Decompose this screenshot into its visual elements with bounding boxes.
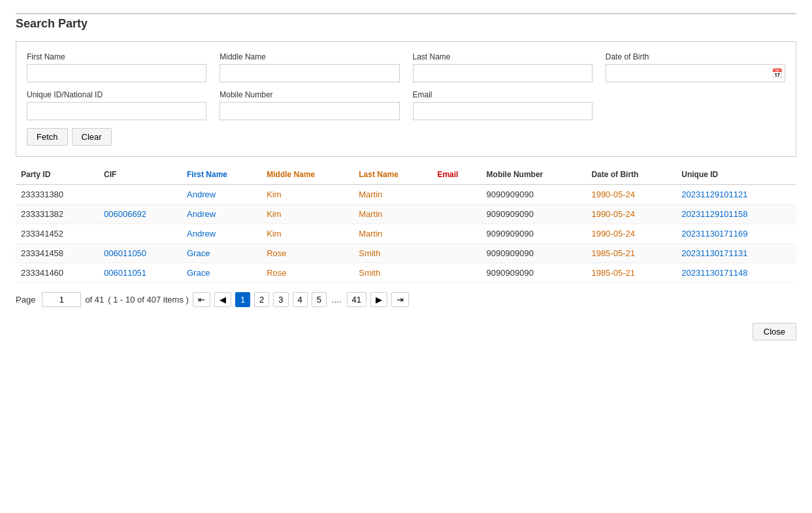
mobile-field: Mobile Number — [219, 90, 399, 120]
table-row[interactable]: 233331382006006692AndrewKimMartin9090909… — [16, 205, 796, 224]
email-label: Email — [413, 90, 593, 99]
items-info: ( 1 - 10 of 407 items ) — [108, 295, 189, 305]
footer-row: Close — [16, 323, 796, 340]
email-field: Email — [413, 90, 593, 120]
table-header: Party ID CIF First Name Middle Name Last… — [16, 165, 796, 185]
middle-name-input[interactable] — [219, 64, 399, 82]
middle-name-label: Middle Name — [219, 52, 399, 61]
table-header-row: Party ID CIF First Name Middle Name Last… — [16, 165, 796, 185]
table-row[interactable]: 233341458006011050GraceRoseSmith90909090… — [16, 244, 796, 263]
dob-label: Date of Birth — [606, 52, 785, 61]
calendar-icon[interactable]: 📅 — [771, 68, 783, 78]
unique-id-field: Unique ID/National ID — [27, 90, 206, 120]
col-email: Email — [432, 165, 481, 185]
pagination-row: Page of 41 ( 1 - 10 of 407 items ) ⇤ ◀ 1… — [16, 290, 796, 310]
last-name-input[interactable] — [413, 64, 593, 82]
last-name-label: Last Name — [413, 52, 593, 61]
page-of-label: of 41 — [85, 295, 104, 305]
first-name-input[interactable] — [27, 64, 206, 82]
form-row-2: Unique ID/National ID Mobile Number Emai… — [27, 90, 785, 120]
table-body: 233331380AndrewKimMartin90909090901990-0… — [16, 185, 796, 283]
email-input[interactable] — [413, 102, 593, 120]
page-3-button[interactable]: 3 — [273, 292, 288, 307]
search-form: First Name Middle Name Last Name Date of… — [16, 41, 796, 157]
middle-name-field: Middle Name — [219, 52, 399, 82]
page-title: Search Party — [16, 17, 796, 31]
fetch-button[interactable]: Fetch — [27, 128, 68, 146]
unique-id-input[interactable] — [27, 102, 206, 120]
dob-input[interactable] — [606, 64, 785, 82]
mobile-label: Mobile Number — [219, 90, 399, 99]
next-page-button[interactable]: ▶ — [370, 292, 387, 307]
first-name-label: First Name — [27, 52, 206, 61]
col-last-name: Last Name — [353, 165, 432, 185]
col-dob: Date of Birth — [586, 165, 676, 185]
first-name-field: First Name — [27, 52, 206, 82]
dob-field: Date of Birth 📅 — [606, 52, 785, 82]
page-input[interactable] — [42, 292, 81, 307]
last-name-field: Last Name — [413, 52, 593, 82]
page-5-button[interactable]: 5 — [312, 292, 327, 307]
button-row: Fetch Clear — [27, 128, 785, 146]
col-mobile: Mobile Number — [481, 165, 587, 185]
col-party-id: Party ID — [16, 165, 99, 185]
page-label: Page — [16, 295, 35, 305]
page-1-button[interactable]: 1 — [235, 292, 250, 307]
col-first-name: First Name — [182, 165, 261, 185]
page-last-button[interactable]: 41 — [347, 292, 366, 307]
col-unique-id: Unique ID — [676, 165, 796, 185]
clear-button[interactable]: Clear — [72, 128, 112, 146]
first-page-button[interactable]: ⇤ — [193, 292, 210, 307]
mobile-input[interactable] — [219, 102, 399, 120]
col-cif: CIF — [99, 165, 182, 185]
close-button[interactable]: Close — [753, 323, 796, 340]
col-middle-name: Middle Name — [261, 165, 353, 185]
unique-id-label: Unique ID/National ID — [27, 90, 206, 99]
pagination-ellipsis: .... — [331, 295, 342, 305]
results-table: Party ID CIF First Name Middle Name Last… — [16, 165, 796, 283]
table-row[interactable]: 233341460006011051GraceRoseSmith90909090… — [16, 263, 796, 283]
prev-page-button[interactable]: ◀ — [214, 292, 231, 307]
last-page-nav-button[interactable]: ⇥ — [391, 292, 409, 307]
table-row[interactable]: 233341452AndrewKimMartin90909090901990-0… — [16, 224, 796, 244]
form-row-1: First Name Middle Name Last Name Date of… — [27, 52, 785, 82]
page-4-button[interactable]: 4 — [293, 292, 308, 307]
dob-input-wrapper: 📅 — [606, 64, 785, 82]
page-2-button[interactable]: 2 — [254, 292, 269, 307]
table-row[interactable]: 233331380AndrewKimMartin90909090901990-0… — [16, 185, 796, 205]
